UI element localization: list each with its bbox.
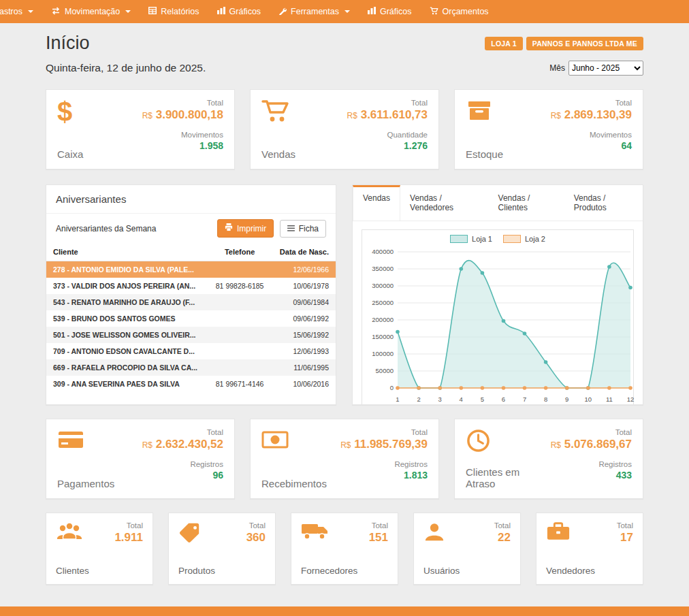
nav-item-graficos-2[interactable]: Gráficos [359,0,421,23]
company-badge: PANNOS E PANNOS LTDA ME [526,37,643,50]
tab-vendas[interactable]: Vendas [353,185,400,221]
card-title: Fornecedores [301,566,388,576]
count-value: 96 [142,470,223,481]
bar-chart-icon [368,7,376,16]
user-icon [423,521,445,546]
nav-label: Movimentação [65,7,120,16]
col-telefone: Telefone [208,243,272,261]
total-label: Total [246,521,266,530]
total-label: Total [142,99,223,107]
ficha-button[interactable]: Ficha [280,220,326,238]
card-title: Produtos [178,566,266,576]
nav-label: Gráficos [380,7,412,16]
total-label: Total [551,99,632,107]
nav-label: Ferramentas [291,7,339,16]
legend-label-loja1: Loja 1 [472,235,492,243]
recebimentos-card: Recebimentos Total R$ 11.985.769,39 Regi… [250,419,439,499]
count-label: Movimentos [142,131,223,139]
tab-vendas-produtos[interactable]: Vendas / Produtos [564,185,643,221]
total-value: 1.911 [114,531,143,545]
vendedores-card: Total 17 Vendedores [536,513,643,585]
nav-item-cadastros[interactable]: Cadastros [0,0,42,23]
month-select[interactable]: Junho - 2025 [568,61,643,76]
list-icon [287,224,295,233]
card-title: Vendedores [546,566,633,576]
estoque-card: Estoque Total R$ 2.869.130,39 Movimentos… [454,89,643,169]
birthday-row[interactable]: 669 - RAFAELA PROCOPIO DA SILVA CA...11/… [46,359,336,376]
card-title: Clientes [56,566,143,576]
table-icon [148,7,157,16]
svg-text:5: 5 [481,395,484,403]
produtos-card: Total 360 Produtos [168,513,276,585]
birthday-row[interactable]: 709 - ANTONIO EDSON CAVALCANTE D...12/06… [46,343,336,359]
svg-text:150000: 150000 [372,333,394,340]
clientes-card: Total 1.911 Clientes [46,513,153,585]
birthday-row[interactable]: 309 - ANA SEVERINA PAES DA SILVA81 99671… [46,376,336,392]
total-label: Total [347,99,428,107]
count-label: Quantidade [347,131,428,139]
birthday-row[interactable]: 543 - RENATO MARINHO DE ARAUJO (F...09/0… [46,294,336,310]
count-value: 1.958 [142,140,223,151]
area-chart: 0500001000001500002000002500003000003500… [365,244,630,405]
card-title: Vendas [261,148,295,160]
total-label: Total [142,428,223,436]
birthday-row[interactable]: 278 - ANTONIO EMIDIO DA SILVA (PALE...12… [46,261,336,278]
col-cliente: Cliente [46,243,208,261]
footer-bar [0,606,689,616]
print-button[interactable]: Imprimir [217,219,274,238]
credit-card-icon [57,428,84,454]
svg-text:0: 0 [390,384,394,391]
svg-text:11: 11 [606,395,613,403]
birthday-row[interactable]: 373 - VALDIR DOS ANJOS PEREIRA (AN...81 … [46,278,336,294]
total-label: Total [494,521,511,530]
chart-legend: Loja 1 Loja 2 [365,235,630,243]
card-title: Clientes em Atraso [466,466,551,489]
count-label: Movimentos [551,131,632,139]
count-value: 433 [551,470,632,481]
nav-item-graficos-1[interactable]: Gráficos [208,0,270,23]
card-title: Pagamentos [57,478,114,489]
count-value: 1.813 [340,470,428,481]
birthday-row[interactable]: 539 - BRUNO DOS SANTOS GOMES09/06/1992 [46,310,336,327]
page-title: Início [46,33,90,54]
count-value: 1.276 [347,140,428,151]
nav-item-movimentacao[interactable]: Movimentação [42,0,140,23]
svg-text:400000: 400000 [372,248,394,255]
total-label: Total [551,428,632,436]
svg-text:100000: 100000 [372,350,394,357]
total-value: 151 [369,531,388,545]
cart-icon [261,99,290,126]
svg-text:300000: 300000 [372,282,394,289]
tab-vendas-clientes[interactable]: Vendas / Clientes [489,185,564,221]
tab-vendas-vendedores[interactable]: Vendas / Vendedores [400,185,489,221]
store-badge: LOJA 1 [485,37,523,50]
total-value: R$ 11.985.769,39 [340,438,428,451]
birthday-row[interactable]: 501 - JOSE WELISSON GOMES OLIVEIR...15/0… [46,327,336,343]
nav-item-orcamentos[interactable]: Orçamentos [421,0,498,23]
svg-text:2: 2 [417,395,420,403]
count-label: Registros [142,460,223,468]
dollar-icon: $ [57,99,72,125]
nav-items: Cadastros Movimentação Relatórios Gráfic… [0,0,498,23]
total-value: R$ 2.869.130,39 [551,108,632,122]
card-title: Recebimentos [261,478,327,489]
svg-text:8: 8 [544,395,547,403]
top-navbar: Cadastros Movimentação Relatórios Gráfic… [0,0,689,23]
svg-text:200000: 200000 [372,316,394,323]
current-date: Quinta-feira, 12 de junho de 2025. [46,62,206,74]
svg-text:9: 9 [565,395,568,403]
legend-swatch-loja2 [503,235,521,243]
birthdays-table: Cliente Telefone Data de Nasc. 278 - ANT… [46,243,336,392]
printer-icon [225,223,233,233]
fornecedores-card: Total 151 Fornecedores [291,513,398,585]
nav-item-relatorios[interactable]: Relatórios [140,0,208,23]
svg-text:7: 7 [523,395,526,403]
legend-swatch-loja1 [450,235,468,243]
aniversariantes-panel: Aniversariantes Aniversariantes da Seman… [46,184,336,405]
svg-text:50000: 50000 [376,367,394,374]
nav-item-ferramentas[interactable]: Ferramentas [270,0,359,23]
svg-text:12: 12 [627,395,635,403]
sales-chart-panel: Vendas Vendas / Vendedores Vendas / Clie… [352,184,643,405]
total-value: 360 [246,531,266,545]
total-value: R$ 5.076.869,67 [551,438,632,451]
